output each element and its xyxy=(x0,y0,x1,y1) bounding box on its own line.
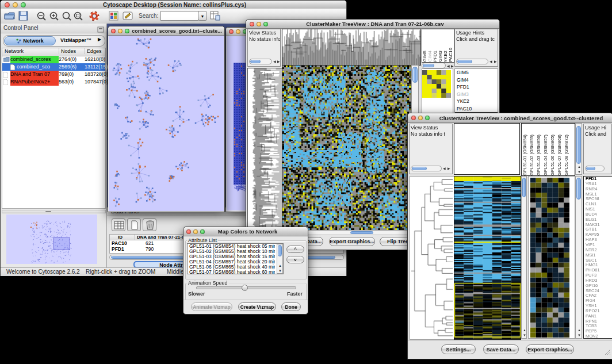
view-status-hscrollbar[interactable] xyxy=(411,166,442,171)
network-row[interactable]: DNA and Tran 07 769(0) 183728(0) xyxy=(2,71,105,78)
minimize-icon[interactable] xyxy=(236,29,240,34)
save-icon[interactable] xyxy=(18,11,28,23)
column-label[interactable]: GPL51-04 (GSM857) xyxy=(542,135,549,175)
zoom-window-icon[interactable] xyxy=(425,116,430,120)
zoom-selected-icon[interactable] xyxy=(62,11,72,24)
zoom-window-icon[interactable] xyxy=(21,2,26,7)
column-label[interactable]: GPL51-01 (GSM854) xyxy=(522,135,529,175)
treeview2-row-dendrogram[interactable] xyxy=(410,176,454,340)
minimize-icon[interactable] xyxy=(418,116,423,120)
col-network[interactable]: Network xyxy=(5,48,24,54)
close-icon[interactable] xyxy=(411,116,416,120)
network-row[interactable]: combined_scores 2764(0) 16218(0) xyxy=(2,56,105,63)
gene-label[interactable]: GIM4 xyxy=(455,76,498,84)
close-icon[interactable] xyxy=(5,2,10,7)
scroll-right-icon[interactable] xyxy=(451,64,454,68)
move-up-button[interactable]: ^ xyxy=(286,246,304,253)
treeview1-zoom-hscrollbar[interactable] xyxy=(422,63,446,68)
treeview2-column-dendrogram[interactable] xyxy=(454,123,520,175)
gene-label[interactable]: PAC10 xyxy=(455,105,498,113)
column-label[interactable]: GIM4 xyxy=(427,51,433,62)
usage-hints-hscrollbar[interactable] xyxy=(585,166,605,171)
attribute-list-scrollbar[interactable] xyxy=(277,244,283,274)
done-button[interactable]: Done xyxy=(281,302,301,311)
col-nodes[interactable]: Nodes xyxy=(59,48,76,54)
treeview1-column-dendrogram[interactable] xyxy=(282,29,421,66)
data-col-id[interactable]: ID xyxy=(118,235,123,240)
gene-label[interactable]: GIM3 xyxy=(455,91,498,98)
column-label[interactable]: PFD1 xyxy=(433,51,438,62)
minimize-icon[interactable] xyxy=(13,2,18,7)
treeview2-top-vscrollbar[interactable] xyxy=(575,123,582,175)
tab-overflow-icon[interactable]: ▶ xyxy=(98,37,101,42)
create-vizmap-button[interactable]: Create Vizmap xyxy=(238,302,276,311)
close-icon[interactable] xyxy=(186,229,191,234)
column-label[interactable]: GIM3 xyxy=(438,51,443,62)
tab-network[interactable]: Network xyxy=(4,36,56,45)
scroll-down-icon[interactable] xyxy=(577,170,581,174)
new-attribute-icon[interactable] xyxy=(127,219,141,231)
scroll-up-icon[interactable] xyxy=(278,264,282,267)
scroll-right-icon[interactable] xyxy=(494,60,497,63)
import-table-icon[interactable] xyxy=(210,10,220,23)
column-label[interactable]: GPL51-06 (GSM865) xyxy=(549,135,556,175)
attribute-item[interactable]: GPL51-07 (GSM868) heat shock 60 min xyxy=(188,270,275,274)
treeview2-zoom-vscrollbar[interactable] xyxy=(575,176,582,339)
export-graphics-button[interactable]: Export Graphics... xyxy=(526,344,574,354)
dialog-titlebar[interactable]: Map Colors to Network xyxy=(183,227,308,236)
usage-hints-hscrollbar[interactable] xyxy=(456,59,488,64)
treeview2-zoom-heatmap[interactable] xyxy=(530,178,569,338)
gene-label[interactable]: MON2 xyxy=(584,334,612,339)
network-row[interactable]: RNAPuberNov2+ 563(0) 107847(0) xyxy=(2,78,105,86)
column-label[interactable]: GPL51-07 (GSM868) xyxy=(556,135,563,175)
zoom-window-icon[interactable] xyxy=(263,22,268,26)
network1-titlebar[interactable]: combined_scores_good.txt--cluste... xyxy=(108,26,224,36)
zoom-out-icon[interactable] xyxy=(36,11,47,24)
table-icon[interactable] xyxy=(112,219,125,231)
close-icon[interactable] xyxy=(229,29,234,34)
search-input[interactable] xyxy=(160,11,198,21)
scroll-up-icon[interactable] xyxy=(577,328,581,332)
zoom-window-icon[interactable] xyxy=(200,229,205,234)
settings-button[interactable]: Settings... xyxy=(441,344,476,354)
gene-label[interactable]: YKE2 xyxy=(455,98,498,105)
scroll-up-icon[interactable] xyxy=(523,328,526,332)
open-folder-icon[interactable] xyxy=(4,11,15,23)
scroll-left-icon[interactable] xyxy=(443,167,446,170)
annotation-icon[interactable] xyxy=(123,11,133,23)
scroll-down-icon[interactable] xyxy=(278,269,282,273)
scroll-left-icon[interactable] xyxy=(447,64,450,68)
birdseye-divider[interactable] xyxy=(2,210,106,213)
scroll-right-icon[interactable] xyxy=(277,60,280,63)
treeview2-titlebar[interactable]: ClusterMaker TreeView : combined_scores_… xyxy=(408,113,612,123)
minimize-icon[interactable] xyxy=(257,22,261,26)
treeview2-heatmap-vscrollbar[interactable] xyxy=(521,176,527,339)
data-col-attr[interactable]: DNA and Tran 07-21-06 xyxy=(134,235,187,240)
column-label[interactable]: PAC10 xyxy=(448,48,453,62)
main-titlebar[interactable]: Cytoscape Desktop (Session Name: collins… xyxy=(1,1,346,9)
col-edges[interactable]: Edges xyxy=(85,48,102,54)
scroll-right-icon[interactable] xyxy=(447,167,450,170)
export-graphics-button[interactable]: Export Graphics... xyxy=(329,237,375,246)
zoom-fit-icon[interactable] xyxy=(73,11,83,24)
gene-label[interactable]: PFD1 xyxy=(455,83,498,91)
column-label[interactable]: GPL51-08 (GSM872) xyxy=(563,135,570,175)
treeview2-heatmap[interactable] xyxy=(454,176,521,340)
column-label[interactable]: YKE2 xyxy=(443,51,448,62)
resize-grip-icon[interactable] xyxy=(604,347,611,358)
treeview1-titlebar[interactable]: ClusterMaker TreeView : DNA and Tran 07-… xyxy=(246,20,499,29)
search-dropdown-button[interactable]: ▼ xyxy=(198,11,207,21)
scroll-left-icon[interactable] xyxy=(273,60,276,63)
column-label[interactable]: GPL51-02 (GSM855) xyxy=(529,135,536,175)
minimize-icon[interactable] xyxy=(193,229,198,234)
treeview1-zoom-heatmap[interactable] xyxy=(422,70,451,98)
move-down-button[interactable]: v xyxy=(286,256,304,263)
zoom-in-icon[interactable] xyxy=(49,11,59,24)
float-panel-icon[interactable] xyxy=(97,25,104,35)
gene-label[interactable]: GIM5 xyxy=(455,69,498,76)
zoom-window-icon[interactable] xyxy=(125,29,129,33)
animate-vizmap-button[interactable]: Animate Vizmap xyxy=(191,302,232,311)
close-icon[interactable] xyxy=(111,29,116,33)
trash-icon[interactable] xyxy=(143,219,156,231)
save-data-button[interactable]: Save Data... xyxy=(483,344,519,354)
